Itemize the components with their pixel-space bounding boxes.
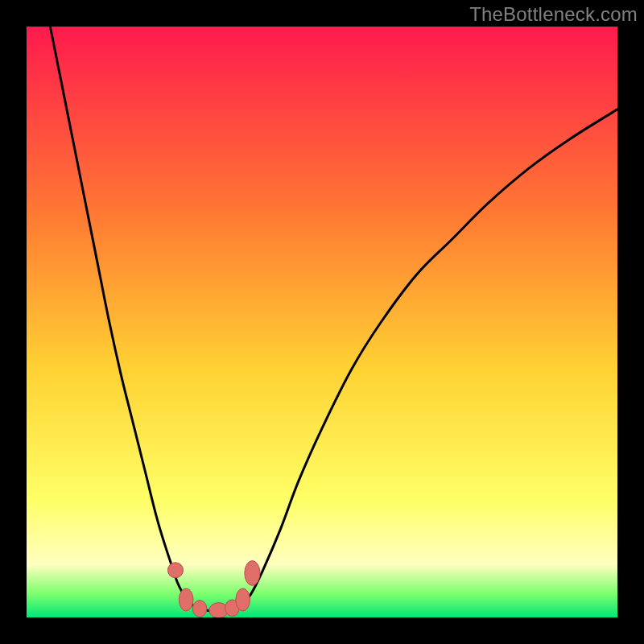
data-marker bbox=[236, 588, 250, 611]
data-marker bbox=[192, 601, 207, 617]
chart-area bbox=[27, 27, 617, 617]
outer-frame: TheBottleneck.com bbox=[0, 0, 644, 644]
chart-svg bbox=[27, 27, 617, 617]
data-marker bbox=[167, 563, 183, 578]
data-marker bbox=[179, 588, 193, 611]
data-marker bbox=[245, 561, 260, 586]
watermark-text: TheBottleneck.com bbox=[469, 3, 638, 26]
gradient-background bbox=[27, 27, 617, 617]
